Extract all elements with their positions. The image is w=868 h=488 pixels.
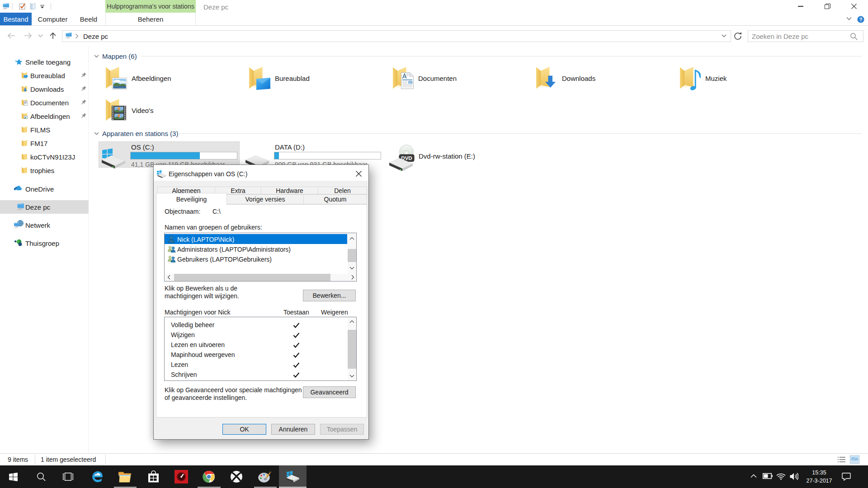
svg-text:?: ? [859,17,863,22]
